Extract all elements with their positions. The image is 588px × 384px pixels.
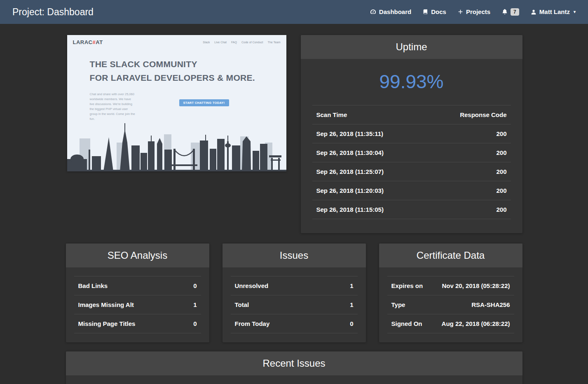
uptime-row: Sep 26, 2018 (11:20:03) 200 bbox=[312, 181, 511, 200]
seo-card-title: SEO Analysis bbox=[66, 244, 209, 267]
user-icon bbox=[531, 9, 536, 15]
scan-time: Sep 26, 2018 (11:15:05) bbox=[312, 200, 427, 219]
navbar-menu: Dashboard Docs Projects 7 Matt Lantz bbox=[370, 8, 576, 16]
preview-site-logo: LARAC#AT bbox=[73, 39, 103, 45]
main-content: LARAC#AT Slack Live Chat FAQ Code of Con… bbox=[66, 24, 522, 384]
nav-item-dashboard[interactable]: Dashboard bbox=[370, 8, 411, 15]
uptime-col-scan-time: Scan Time bbox=[312, 105, 427, 124]
response-code: 200 bbox=[427, 200, 511, 219]
docs-icon bbox=[423, 9, 428, 15]
seo-row: Bad Links 0 bbox=[74, 276, 201, 295]
uptime-card: Uptime 99.93% Scan Time Response Code Se… bbox=[301, 35, 522, 233]
nav-item-dashboard-label: Dashboard bbox=[379, 8, 411, 15]
issues-value: 1 bbox=[330, 295, 358, 314]
certificate-value: RSA-SHA256 bbox=[431, 295, 514, 314]
nav-item-projects[interactable]: Projects bbox=[458, 8, 490, 15]
scan-time: Sep 26, 2018 (11:30:04) bbox=[312, 143, 427, 162]
certificate-table: Expires on Nov 20, 2018 (05:28:22) Type … bbox=[387, 276, 514, 333]
certificate-label: Expires on bbox=[387, 276, 431, 295]
uptime-row: Sep 26, 2018 (11:35:11) 200 bbox=[312, 124, 511, 143]
certificate-row: Type RSA-SHA256 bbox=[387, 295, 514, 314]
seo-table: Bad Links 0 Images Missing Alt 1 Missing… bbox=[74, 276, 201, 333]
site-preview-thumbnail: LARAC#AT Slack Live Chat FAQ Code of Con… bbox=[67, 35, 286, 171]
seo-label: Missing Page Titles bbox=[74, 314, 182, 333]
user-name-label: Matt Lantz bbox=[539, 8, 570, 15]
certificate-label: Type bbox=[387, 295, 431, 314]
preview-paragraph: Chat and share with over 25,060 worldwid… bbox=[90, 92, 136, 122]
scan-time: Sep 26, 2018 (11:25:07) bbox=[312, 162, 427, 181]
certificate-data-card: Certificate Data Expires on Nov 20, 2018… bbox=[379, 244, 522, 342]
seo-label: Bad Links bbox=[74, 276, 182, 295]
certificate-value: Nov 20, 2018 (05:28:22) bbox=[431, 276, 514, 295]
uptime-row: Sep 26, 2018 (11:15:05) 200 bbox=[312, 200, 511, 219]
response-code: 200 bbox=[427, 124, 511, 143]
notification-count-badge: 7 bbox=[511, 8, 519, 16]
preview-site-nav: Slack Live Chat FAQ Code of Conduct The … bbox=[203, 41, 280, 44]
recent-issues-body bbox=[66, 375, 522, 384]
issues-table: Unresolved 1 Total 1 From Today 0 bbox=[231, 276, 358, 333]
uptime-card-title: Uptime bbox=[301, 35, 522, 59]
certificate-card-title: Certificate Data bbox=[379, 244, 522, 267]
preview-nav-team: The Team bbox=[268, 41, 281, 44]
uptime-row: Sep 26, 2018 (11:25:07) 200 bbox=[312, 162, 511, 181]
preview-nav-livechat: Live Chat bbox=[214, 41, 227, 44]
nav-item-projects-label: Projects bbox=[466, 8, 490, 15]
issues-label: Total bbox=[231, 295, 330, 314]
notifications-button[interactable]: 7 bbox=[502, 8, 519, 16]
recent-issues-card: Recent Issues bbox=[66, 351, 522, 384]
seo-value: 0 bbox=[182, 314, 201, 333]
issues-label: From Today bbox=[231, 314, 330, 333]
issues-card: Issues Unresolved 1 Total 1 From Today 0 bbox=[223, 244, 366, 342]
uptime-row: Sep 26, 2018 (11:30:04) 200 bbox=[312, 143, 511, 162]
seo-value: 1 bbox=[182, 295, 201, 314]
scan-time: Sep 26, 2018 (11:20:03) bbox=[312, 181, 427, 200]
seo-row: Images Missing Alt 1 bbox=[74, 295, 201, 314]
issues-value: 1 bbox=[330, 276, 358, 295]
page-title: Project: Dashboard bbox=[12, 7, 94, 18]
recent-issues-card-title: Recent Issues bbox=[66, 351, 522, 375]
issues-label: Unresolved bbox=[231, 276, 330, 295]
nav-item-docs[interactable]: Docs bbox=[423, 8, 446, 15]
plus-icon bbox=[458, 9, 463, 14]
preview-nav-slack: Slack bbox=[203, 41, 210, 44]
chevron-down-icon: ▾ bbox=[574, 9, 576, 14]
issues-card-title: Issues bbox=[223, 244, 366, 267]
top-navbar: Project: Dashboard Dashboard Docs Projec… bbox=[0, 0, 588, 24]
preview-nav-faq: FAQ bbox=[231, 41, 237, 44]
seo-analysis-card: SEO Analysis Bad Links 0 Images Missing … bbox=[66, 244, 209, 342]
issues-row: Unresolved 1 bbox=[231, 276, 358, 295]
uptime-percentage: 99.93% bbox=[301, 59, 522, 105]
bell-icon bbox=[502, 9, 508, 15]
response-code: 200 bbox=[427, 162, 511, 181]
nav-item-docs-label: Docs bbox=[431, 8, 446, 15]
certificate-label: Signed On bbox=[387, 314, 431, 333]
issues-row: From Today 0 bbox=[231, 314, 358, 333]
preview-nav-conduct: Code of Conduct bbox=[241, 41, 263, 44]
scan-time: Sep 26, 2018 (11:35:11) bbox=[312, 124, 427, 143]
issues-row: Total 1 bbox=[231, 295, 358, 314]
uptime-table: Scan Time Response Code Sep 26, 2018 (11… bbox=[312, 105, 511, 219]
seo-row: Missing Page Titles 0 bbox=[74, 314, 201, 333]
uptime-col-response-code: Response Code bbox=[427, 105, 511, 124]
issues-value: 0 bbox=[330, 314, 358, 333]
response-code: 200 bbox=[427, 143, 511, 162]
city-skyline-illustration bbox=[67, 120, 286, 171]
user-menu-button[interactable]: Matt Lantz ▾ bbox=[531, 8, 576, 15]
seo-label: Images Missing Alt bbox=[74, 295, 182, 314]
certificate-row: Expires on Nov 20, 2018 (05:28:22) bbox=[387, 276, 514, 295]
certificate-value: Aug 22, 2018 (06:28:22) bbox=[431, 314, 514, 333]
response-code: 200 bbox=[427, 181, 511, 200]
preview-headline: THE SLACK COMMUNITY FOR LARAVEL DEVELOPE… bbox=[90, 58, 255, 84]
certificate-row: Signed On Aug 22, 2018 (06:28:22) bbox=[387, 314, 514, 333]
seo-value: 0 bbox=[182, 276, 201, 295]
preview-cta-button: START CHATTING TODAY! bbox=[179, 99, 229, 106]
dashboard-icon bbox=[370, 9, 376, 15]
